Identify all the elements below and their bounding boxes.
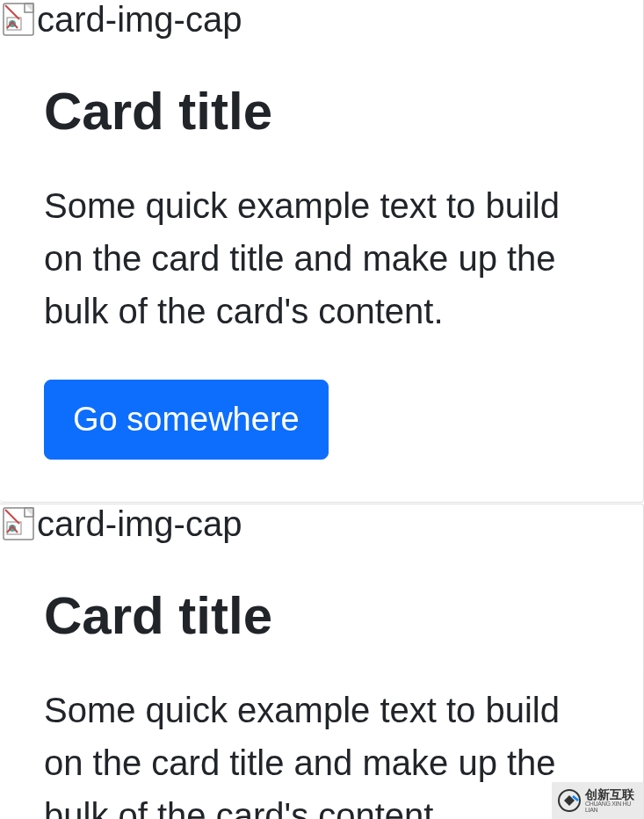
card-image-alt-text: card-img-cap bbox=[37, 2, 242, 37]
card-image-broken: card-img-cap bbox=[0, 504, 643, 545]
broken-image-icon bbox=[2, 2, 35, 37]
card-image-alt-text: card-img-cap bbox=[37, 506, 242, 541]
watermark-text-en: CHUANG XIN HU LIAN bbox=[585, 801, 644, 813]
card-body: Card title Some quick example text to bu… bbox=[0, 545, 643, 819]
card: card-img-cap Card title Some quick examp… bbox=[0, 0, 644, 503]
card-body: Card title Some quick example text to bu… bbox=[0, 40, 643, 502]
card-image-broken: card-img-cap bbox=[0, 0, 643, 40]
watermark-logo-icon bbox=[557, 788, 582, 813]
watermark: 创新互联 CHUANG XIN HU LIAN bbox=[552, 782, 644, 819]
card-text: Some quick example text to build on the … bbox=[44, 179, 599, 337]
card-title: Card title bbox=[44, 587, 599, 645]
card: card-img-cap Card title Some quick examp… bbox=[0, 504, 644, 819]
card-text: Some quick example text to build on the … bbox=[44, 684, 599, 819]
card-title: Card title bbox=[44, 83, 599, 141]
watermark-text-cn: 创新互联 bbox=[585, 788, 644, 801]
go-somewhere-button[interactable]: Go somewhere bbox=[44, 380, 329, 460]
broken-image-icon bbox=[2, 506, 35, 541]
